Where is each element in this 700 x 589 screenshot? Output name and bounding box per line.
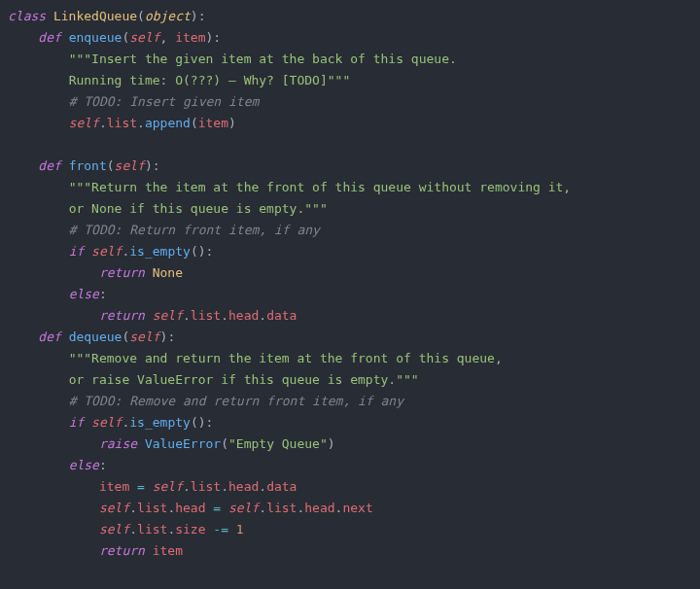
line: """Insert the given item at the back of … [8,52,457,66]
line: self.list.size -= 1 [8,522,244,537]
attr-list: list [137,522,167,537]
line: if self.is_empty(): [8,415,213,430]
self-ref: self [99,501,129,515]
line: item = self.list.head.data [8,479,297,494]
attr-list: list [137,501,167,515]
attr-head: head [304,501,334,515]
arg-item: item [198,116,228,130]
comment: # TODO: Remove and return front item, if… [69,394,403,408]
line: raise ValueError("Empty Queue") [8,436,335,451]
line: return item [8,543,183,558]
kw-class: class [8,9,46,23]
line: def enqueue(self, item): [8,30,221,45]
self-param: self [115,158,145,173]
kw-return: return [99,308,145,323]
fn-front: front [69,158,107,173]
line: Running time: O(???) – Why? [TODO]""" [8,73,350,87]
call-isempty: is_empty [129,415,191,430]
attr-head: head [228,479,259,494]
line: else: [8,458,107,472]
self-ref: self [228,501,259,515]
fn-dequeue: dequeue [69,329,122,344]
kw-def: def [38,158,60,173]
line: # TODO: Return front item, if any [8,223,320,237]
docstring: or raise ValueError if this queue is emp… [69,372,419,387]
comment: # TODO: Return front item, if any [69,223,320,237]
line: class LinkedQueue(object): [8,9,206,23]
none-literal: None [153,265,183,280]
docstring: or None if this queue is empty.""" [69,201,328,216]
line: def front(self): [8,158,160,173]
err-valueerror: ValueError [145,436,221,451]
line: return self.list.head.data [8,308,297,323]
num-literal: 1 [236,522,244,537]
kw-return: return [99,265,145,280]
line: self.list.append(item) [8,116,236,130]
attr-head: head [228,308,259,323]
attr-list: list [266,501,297,515]
attr-data: data [266,308,297,323]
kw-if: if [69,415,85,430]
line: if self.is_empty(): [8,244,213,259]
attr-size: size [175,522,205,537]
attr-data: data [266,479,297,494]
line: """Return the item at the front of this … [8,180,571,194]
kw-return: return [99,543,145,558]
attr-list: list [107,116,137,130]
code-block: class LinkedQueue(object): def enqueue(s… [0,0,700,568]
self-param: self [129,329,159,344]
var-item: item [153,543,183,558]
attr-next: next [342,501,372,515]
attr-list: list [191,479,221,494]
self-ref: self [99,522,129,537]
line: def dequeue(self): [8,329,175,344]
docstring: Running time: O(???) – Why? [TODO]""" [69,73,351,87]
line: self.list.head = self.list.head.next [8,501,373,515]
self-ref: self [91,244,122,259]
param-item: item [175,30,205,45]
line: return None [8,265,183,280]
comment: # TODO: Insert given item [69,94,260,109]
base-class: object [145,9,191,23]
line: or raise ValueError if this queue is emp… [8,372,419,387]
op-minus-eq: -= [213,522,228,537]
line: or None if this queue is empty.""" [8,201,328,216]
call-isempty: is_empty [129,244,191,259]
attr-head: head [175,501,205,515]
line: # TODO: Insert given item [8,94,259,109]
call-append: append [145,116,191,130]
self-ref: self [153,479,183,494]
attr-list: list [191,308,221,323]
docstring: """Return the item at the front of this … [69,180,572,194]
kw-else: else [69,458,99,472]
blank-line [8,137,16,152]
fn-enqueue: enqueue [69,30,122,45]
docstring: """Insert the given item at the back of … [69,52,457,66]
self-ref: self [91,415,122,430]
kw-if: if [69,244,85,259]
kw-raise: raise [99,436,137,451]
self-ref: self [69,116,99,130]
var-item: item [99,479,129,494]
kw-else: else [69,287,99,301]
line: """Remove and return the item at the fro… [8,351,503,365]
kw-def: def [38,329,60,344]
line: # TODO: Remove and return front item, if… [8,394,403,408]
self-param: self [129,30,159,45]
class-name: LinkedQueue [53,9,137,23]
line: else: [8,287,107,301]
string-literal: "Empty Queue" [228,436,328,451]
kw-def: def [38,30,60,45]
docstring: """Remove and return the item at the fro… [69,351,503,365]
self-ref: self [153,308,183,323]
